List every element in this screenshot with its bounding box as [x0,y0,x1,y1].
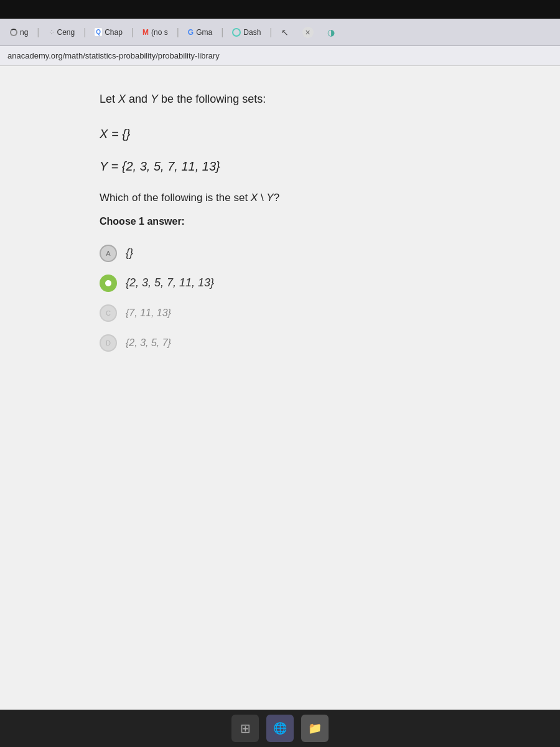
tab-gma[interactable]: G Gma [183,26,217,39]
top-bar [0,0,560,19]
radio-d-icon: D [106,339,111,347]
taskbar-icon-2: 🌐 [273,721,287,735]
option-b[interactable]: {2, 3, 5, 7, 11, 13} [100,275,510,292]
extra-icon: ◑ [327,27,335,37]
url-text: anacademy.org/math/statistics-probabilit… [7,51,220,60]
tab-chap[interactable]: Q Chap [90,26,127,39]
tab-ceng[interactable]: ⁘ Ceng [44,26,80,39]
set-y-display: Y = {2, 3, 5, 7, 11, 13} [100,157,510,175]
browser-tab-bar: ng | ⁘ Ceng | Q Chap | M (no s | G Gma |… [0,19,560,46]
radio-c[interactable]: C [100,304,117,322]
option-c-label: {7, 11, 13} [126,308,171,319]
option-d-label: {2, 3, 5, 7} [126,337,171,349]
m-icon: M [142,28,149,37]
address-bar[interactable]: anacademy.org/math/statistics-probabilit… [0,46,560,66]
circle-icon [232,28,241,37]
question-intro: Let X and Y be the following sets: [100,91,510,108]
tab-divider-1: | [37,27,39,38]
close-icon[interactable]: × [302,27,314,38]
tab-divider-2: | [83,27,86,38]
taskbar: ⊞ 🌐 📁 [0,710,560,747]
answer-options: A {} {2, 3, 5, 7, 11, 13} C {7, 11, 13} … [100,245,510,352]
tab-extra[interactable]: ◑ [322,26,340,39]
taskbar-icon-3: 📁 [308,721,322,735]
choose-label: Choose 1 answer: [100,216,510,227]
tab-divider-3: | [131,27,134,38]
tab-divider-6: | [269,27,272,38]
content-area: Let X and Y be the following sets: X = {… [0,66,560,710]
tab-m-label: (no s [151,28,168,37]
tab-chap-label: Chap [105,28,123,37]
dots-icon: ⁘ [49,28,55,37]
taskbar-item-2[interactable]: 🌐 [266,715,294,742]
taskbar-icon-1: ⊞ [240,721,251,736]
tab-ng-label: ng [20,28,28,37]
tab-dash-label: Dash [243,28,261,37]
taskbar-item-3[interactable]: 📁 [301,715,329,742]
cursor-icon: ↖ [281,27,289,37]
option-b-label: {2, 3, 5, 7, 11, 13} [126,276,214,289]
radio-b[interactable] [100,275,117,292]
radio-d[interactable]: D [100,334,117,352]
option-c[interactable]: C {7, 11, 13} [100,304,510,322]
loading-icon [10,29,17,36]
option-a-label: {} [126,247,133,260]
q-icon: Q [95,28,102,36]
question-main: Which of the following is the set X \ Y? [100,190,510,206]
tab-dash[interactable]: Dash [227,26,266,39]
option-a[interactable]: A {} [100,245,510,262]
radio-a[interactable]: A [100,245,117,262]
tab-divider-4: | [177,27,179,38]
g-icon: G [188,28,194,37]
tab-cursor[interactable]: ↖ [276,26,294,39]
tab-m[interactable]: M (no s [138,26,173,39]
option-d[interactable]: D {2, 3, 5, 7} [100,334,510,352]
tab-gma-label: Gma [196,28,212,37]
tab-close[interactable]: × [297,25,319,40]
taskbar-item-1[interactable]: ⊞ [231,715,259,742]
radio-c-icon: C [106,309,111,317]
set-x-display: X = {} [100,125,510,143]
radio-a-icon: A [106,250,110,257]
tab-ng[interactable]: ng [5,26,33,39]
tab-divider-5: | [221,27,223,38]
tab-ceng-label: Ceng [57,28,75,37]
